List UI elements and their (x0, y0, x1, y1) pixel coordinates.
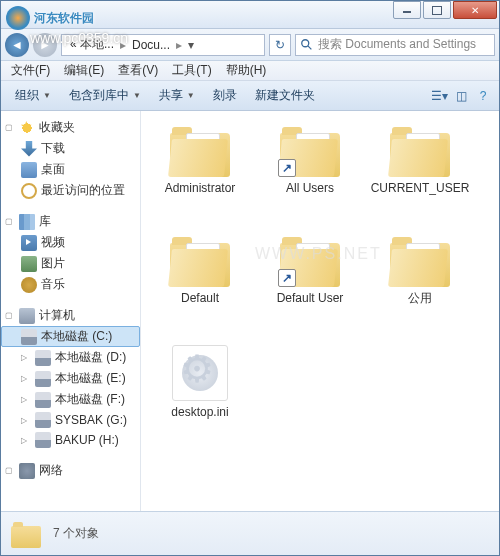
chevron-down-icon: ▼ (43, 91, 51, 100)
folder-icon (388, 125, 452, 177)
expand-icon: ▷ (21, 395, 31, 404)
status-text: 7 个对象 (53, 525, 99, 542)
drive-icon (35, 412, 51, 428)
file-list[interactable]: Administrator↗All UsersCURRENT_USERDefau… (141, 111, 499, 511)
clock-icon (21, 183, 37, 199)
video-icon (21, 235, 37, 251)
menu-tools[interactable]: 工具(T) (166, 60, 217, 81)
preview-pane-button[interactable]: ◫ (451, 86, 471, 106)
chevron-down-icon: ▼ (133, 91, 141, 100)
svg-point-0 (302, 39, 309, 46)
computer-icon (19, 308, 35, 324)
sidebar-libraries[interactable]: ▢库 (1, 211, 140, 232)
status-bar: 7 个对象 (1, 511, 499, 555)
sidebar-music[interactable]: 音乐 (1, 274, 140, 295)
sidebar-drive-c[interactable]: 本地磁盘 (C:) (1, 326, 140, 347)
svg-line-1 (308, 45, 312, 49)
folder-icon (388, 235, 452, 287)
include-library-button[interactable]: 包含到库中▼ (61, 83, 149, 108)
expand-icon: ▷ (21, 436, 31, 445)
file-item[interactable]: ↗All Users (255, 121, 365, 231)
help-button[interactable]: ? (473, 86, 493, 106)
minimize-button[interactable] (393, 1, 421, 19)
collapse-icon: ▢ (5, 466, 15, 475)
sidebar-drive-e[interactable]: ▷本地磁盘 (E:) (1, 368, 140, 389)
breadcrumb-segment-2[interactable]: Docu... (128, 38, 174, 52)
chevron-down-icon: ▼ (187, 91, 195, 100)
content-area: ▢收藏夹 下载 桌面 最近访问的位置 ▢库 视频 图片 音乐 ▢计算机 本地磁盘… (1, 111, 499, 511)
file-label: CURRENT_USER (371, 181, 470, 195)
folder-icon (168, 235, 232, 287)
star-icon (19, 120, 35, 136)
sidebar-recent[interactable]: 最近访问的位置 (1, 180, 140, 201)
shortcut-overlay-icon: ↗ (278, 269, 296, 287)
expand-icon: ▷ (21, 374, 31, 383)
sidebar-downloads[interactable]: 下载 (1, 138, 140, 159)
file-label: Default (181, 291, 219, 305)
close-button[interactable] (453, 1, 497, 19)
menu-view[interactable]: 查看(V) (112, 60, 164, 81)
menu-bar: 文件(F) 编辑(E) 查看(V) 工具(T) 帮助(H) (1, 61, 499, 81)
sidebar-drive-f[interactable]: ▷本地磁盘 (F:) (1, 389, 140, 410)
search-input[interactable]: 搜索 Documents and Settings (295, 34, 495, 56)
share-button[interactable]: 共享▼ (151, 83, 203, 108)
maximize-button[interactable] (423, 1, 451, 19)
sidebar-favorites[interactable]: ▢收藏夹 (1, 117, 140, 138)
menu-help[interactable]: 帮助(H) (220, 60, 273, 81)
collapse-icon: ▢ (5, 311, 15, 320)
refresh-button[interactable]: ↻ (269, 34, 291, 56)
music-icon (21, 277, 37, 293)
breadcrumb-sep-icon: ▸ (176, 38, 182, 52)
organize-button[interactable]: 组织▼ (7, 83, 59, 108)
watermark-top: 河东软件园 (6, 6, 94, 30)
menu-file[interactable]: 文件(F) (5, 60, 56, 81)
sidebar-desktop[interactable]: 桌面 (1, 159, 140, 180)
sidebar-drive-d[interactable]: ▷本地磁盘 (D:) (1, 347, 140, 368)
watermark-center: WWW.PS.NET (255, 245, 382, 263)
library-icon (19, 214, 35, 230)
explorer-window: ◄ ► « 本地... ▸ Docu... ▸ ▾ ↻ 搜索 Documents… (0, 0, 500, 556)
collapse-icon: ▢ (5, 123, 15, 132)
expand-icon: ▷ (21, 416, 31, 425)
download-icon (21, 141, 37, 157)
sidebar-drive-h[interactable]: ▷BAKUP (H:) (1, 430, 140, 450)
sidebar-computer[interactable]: ▢计算机 (1, 305, 140, 326)
ini-file-icon (172, 345, 228, 401)
expand-icon: ▷ (21, 353, 31, 362)
status-folder-icon (11, 520, 43, 548)
network-icon (19, 463, 35, 479)
sidebar-videos[interactable]: 视频 (1, 232, 140, 253)
file-label: Administrator (165, 181, 236, 195)
search-icon (300, 38, 314, 52)
menu-edit[interactable]: 编辑(E) (58, 60, 110, 81)
search-placeholder: 搜索 Documents and Settings (318, 36, 476, 53)
folder-icon (168, 125, 232, 177)
sidebar-pictures[interactable]: 图片 (1, 253, 140, 274)
file-label: All Users (286, 181, 334, 195)
file-label: 公用 (408, 291, 432, 305)
view-options-button[interactable]: ☰▾ (429, 86, 449, 106)
drive-icon (35, 392, 51, 408)
drive-icon (35, 432, 51, 448)
sidebar-drive-g[interactable]: ▷SYSBAK (G:) (1, 410, 140, 430)
drive-icon (35, 371, 51, 387)
collapse-icon: ▢ (5, 217, 15, 226)
new-folder-button[interactable]: 新建文件夹 (247, 83, 323, 108)
file-label: Default User (277, 291, 344, 305)
file-item[interactable]: Administrator (145, 121, 255, 231)
sidebar-network[interactable]: ▢网络 (1, 460, 140, 481)
gear-icon (182, 355, 218, 391)
shortcut-overlay-icon: ↗ (278, 159, 296, 177)
file-item[interactable]: Default (145, 231, 255, 341)
navigation-pane: ▢收藏夹 下载 桌面 最近访问的位置 ▢库 视频 图片 音乐 ▢计算机 本地磁盘… (1, 111, 141, 511)
file-item[interactable]: desktop.ini (145, 341, 255, 451)
breadcrumb-dropdown-icon[interactable]: ▾ (184, 38, 198, 52)
file-label: desktop.ini (171, 405, 228, 419)
burn-button[interactable]: 刻录 (205, 83, 245, 108)
watermark-logo-icon (6, 6, 30, 30)
back-button[interactable]: ◄ (5, 33, 29, 57)
folder-icon: ↗ (278, 125, 342, 177)
file-item[interactable]: CURRENT_USER (365, 121, 475, 231)
watermark-url: www.pc0359.cn (30, 30, 128, 46)
drive-icon (21, 329, 37, 345)
